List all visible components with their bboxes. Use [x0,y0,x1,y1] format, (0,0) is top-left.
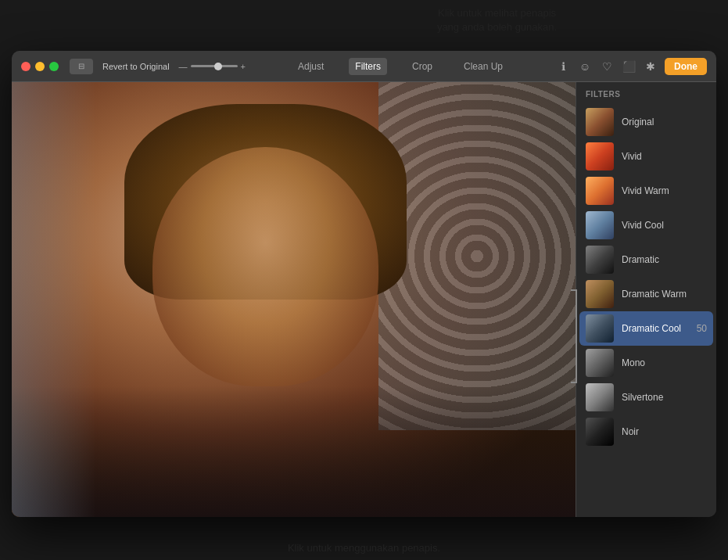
filter-name-dramatic-warm: Dramatic Warm [622,289,707,300]
filter-item-dramatic[interactable]: Dramatic [579,242,713,277]
filter-thumb-dramatic [586,246,614,274]
filter-thumb-vivid-warm [586,177,614,205]
photo-background [12,82,576,517]
filter-name-noir: Noir [622,426,707,437]
info-icon[interactable]: ℹ [555,59,571,74]
filter-thumb-img-noir [586,418,614,446]
minimize-button[interactable] [35,62,45,71]
filter-thumb-img-original [586,108,614,136]
filter-value-dramatic-cool: 50 [697,323,707,334]
filter-item-noir[interactable]: Noir [579,415,713,449]
filter-item-dramatic-cool[interactable]: Dramatic Cool50 [579,311,713,346]
filter-thumb-img-dramatic [586,246,614,274]
revert-button[interactable]: Revert to Original [102,62,170,71]
filter-name-dramatic-cool: Dramatic Cool [622,323,689,334]
filter-thumb-dramatic-cool [586,314,614,343]
filter-name-vivid-cool: Vivid Cool [622,220,707,231]
filter-item-mono[interactable]: Mono [579,346,713,380]
main-window: ⊟ Revert to Original — + Adjust Filters … [12,51,716,517]
tooltip-bottom-text: Klik untuk menggunakan penapis. [288,542,440,554]
filter-thumb-img-mono [586,349,614,377]
filter-thumb-noir [586,418,614,446]
filter-name-mono: Mono [622,357,707,368]
background-pattern [378,82,576,430]
filter-item-vivid-cool[interactable]: Vivid Cool [579,208,713,242]
filter-thumb-original [586,108,614,136]
filter-thumb-silvertone [586,383,614,411]
filter-item-vivid-warm[interactable]: Vivid Warm [579,174,713,208]
share-icon[interactable]: ⬛ [621,59,637,74]
filters-panel: FILTERS OriginalVividVivid WarmVivid Coo… [576,82,716,517]
filter-name-original: Original [622,117,707,127]
heart-icon[interactable]: ♡ [599,59,615,74]
close-button[interactable] [21,62,30,71]
filter-thumb-img-dramatic-warm [586,280,614,308]
filter-thumb-img-silvertone [586,383,614,411]
filter-thumb-img-dramatic-cool [586,314,614,343]
filter-thumb-img-vivid-cool [586,211,614,239]
titlebar: ⊟ Revert to Original — + Adjust Filters … [12,51,716,82]
tooltip-top-line2: yang anda boleh gunakan. [282,20,712,34]
filter-thumb-img-vivid-warm [586,177,614,205]
filter-item-vivid[interactable]: Vivid [579,139,713,174]
filter-name-vivid-warm: Vivid Warm [622,185,707,196]
toolbar-center: Adjust Filters Crop Clean Up [252,58,549,75]
content-area: FILTERS OriginalVividVivid WarmVivid Coo… [12,82,716,517]
toolbar-right: ℹ ☺ ♡ ⬛ ✱ Done [555,58,707,75]
filter-thumb-dramatic-warm [586,280,614,308]
face-layer [152,147,378,386]
intensity-slider[interactable]: — + [179,62,246,71]
filter-item-silvertone[interactable]: Silvertone [579,380,713,415]
filter-name-dramatic: Dramatic [622,254,707,265]
filter-item-original[interactable]: Original [579,105,713,139]
fullscreen-button[interactable] [49,62,59,71]
filter-thumb-mono [586,349,614,377]
crop-tab[interactable]: Crop [406,58,439,75]
tooltip-top: Klik untuk melihat penapis yang anda bol… [282,6,712,34]
tooltip-bottom: Klik untuk menggunakan penapis. [156,542,572,554]
filter-list: OriginalVividVivid WarmVivid CoolDramati… [576,105,716,449]
photo-area [12,82,576,517]
filter-thumb-vivid-cool [586,211,614,239]
filter-item-dramatic-warm[interactable]: Dramatic Warm [579,277,713,311]
filter-thumb-img-vivid [586,142,614,171]
filter-name-vivid: Vivid [622,151,707,162]
cleanup-tab[interactable]: Clean Up [457,58,509,75]
adjust-tab[interactable]: Adjust [292,58,330,75]
face-icon[interactable]: ☺ [577,59,593,74]
filters-header: FILTERS [576,82,716,105]
view-toggle[interactable]: ⊟ [70,59,93,74]
done-button[interactable]: Done [665,58,707,75]
traffic-lights [21,62,59,71]
filter-name-silvertone: Silvertone [622,392,707,403]
filter-thumb-vivid [586,142,614,171]
filters-tab[interactable]: Filters [349,58,387,75]
callout-bracket [576,289,577,383]
more-icon[interactable]: ✱ [643,59,658,74]
tooltip-top-line1: Klik untuk melihat penapis [282,6,712,20]
